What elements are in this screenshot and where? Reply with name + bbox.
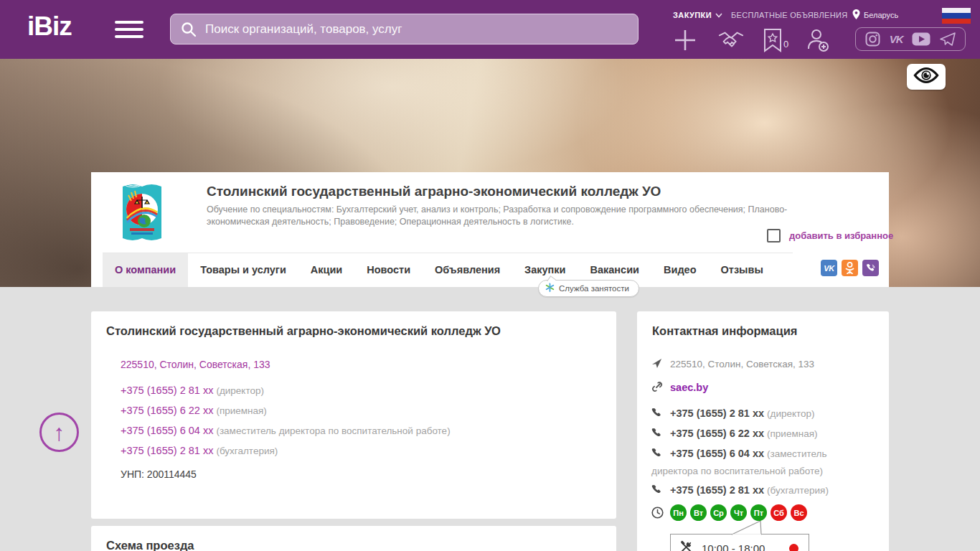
about-phone-row: +375 (1655) 6 04 xx (заместитель директо…	[121, 425, 451, 436]
language-flag-russian[interactable]	[942, 8, 971, 24]
phone-label: (директор)	[216, 385, 264, 396]
tab-ads[interactable]: Объявления	[423, 253, 512, 287]
nav-free-ads[interactable]: БЕСПЛАТНЫЕ ОБЪЯВЛЕНИЯ	[731, 9, 847, 21]
phone-label: (приемная)	[767, 428, 817, 439]
day-badge[interactable]: Ср	[710, 504, 727, 521]
contact-address-row: 225510, Столин, Советская, 133	[651, 357, 875, 374]
about-address-link[interactable]: 225510, Столин, Советская, 133	[121, 359, 270, 370]
favorites-bookmark-icon[interactable]	[759, 27, 786, 54]
about-phone-row: +375 (1655) 2 81 xx (бухгалтерия)	[121, 445, 278, 456]
day-badge[interactable]: Пн	[670, 504, 687, 521]
vacancy-tooltip[interactable]: Служба занятости	[538, 280, 639, 297]
vk-icon[interactable]: VK	[890, 33, 903, 45]
nav-zakupki-label: ЗАКУПКИ	[673, 11, 712, 19]
company-unp: УНП: 200114445	[121, 468, 197, 480]
favorite-label[interactable]: добавить в избранное	[789, 230, 893, 241]
contact-phone-row: +375 (1655) 6 22 xx (приемная)	[651, 425, 875, 443]
about-card: Столинский государственный аграрно-эконо…	[91, 311, 616, 519]
phone-link[interactable]: +375 (1655) 6 22 xx	[121, 405, 213, 416]
company-title: Столинский государственный аграрно-эконо…	[207, 184, 852, 199]
search-bar	[170, 14, 639, 44]
phone-icon	[651, 484, 670, 499]
tools-icon	[679, 540, 693, 551]
site-logo[interactable]: iBiz	[27, 11, 72, 42]
youtube-icon[interactable]	[912, 32, 930, 46]
working-hours-popup: 10:00 - 18:00	[670, 534, 809, 551]
status-dot	[789, 544, 798, 551]
company-tabs: О компании Товары и услуги Акции Новости…	[103, 253, 793, 287]
phone-link[interactable]: +375 (1655) 2 81 xx	[121, 445, 213, 456]
add-to-favorites: добавить в избранное	[767, 229, 893, 242]
popup-pointer	[728, 521, 768, 535]
favorites-count: 0	[783, 39, 788, 50]
phone-label: (бухгалтерия)	[216, 446, 278, 456]
map-card: Схема проезда	[91, 526, 616, 551]
phone-link[interactable]: +375 (1655) 6 04 xx	[670, 448, 764, 459]
phone-link[interactable]: +375 (1655) 2 81 xx	[670, 484, 764, 496]
phone-link[interactable]: +375 (1655) 2 81 xx	[121, 385, 213, 396]
add-plus-icon[interactable]	[672, 27, 699, 54]
phone-link[interactable]: +375 (1655) 6 04 xx	[121, 425, 213, 436]
top-header: iBiz ЗАКУПКИ БЕСПЛАТНЫЕ ОБЪЯВЛЕНИЯ Белар…	[0, 0, 980, 59]
tab-about[interactable]: О компании	[103, 253, 188, 287]
tab-news[interactable]: Новости	[354, 253, 423, 287]
vacancy-tooltip-label: Служба занятости	[559, 284, 629, 293]
company-description: Обучение по специальностям: Бухгалтерски…	[207, 204, 847, 229]
link-icon	[651, 381, 670, 397]
tab-promotions[interactable]: Акции	[298, 253, 354, 287]
clock-icon	[651, 507, 664, 522]
website-link[interactable]: saec.by	[670, 382, 708, 393]
nav-zakupki[interactable]: ЗАКУПКИ	[673, 9, 722, 21]
contact-card: Контактная информация 225510, Столин, Со…	[637, 311, 889, 551]
navigation-arrow-icon	[651, 358, 670, 374]
phone-link[interactable]: +375 (1655) 2 81 xx	[670, 408, 764, 419]
account-person-icon[interactable]	[804, 27, 831, 54]
phone-label: (директор)	[767, 408, 815, 419]
contact-heading: Контактная информация	[652, 324, 797, 338]
about-phone-row: +375 (1655) 2 81 xx (директор)	[121, 385, 264, 396]
tab-products[interactable]: Товары и услуги	[188, 253, 298, 287]
working-days: Пн Вт Ср Чт Пт Сб Вс	[670, 504, 807, 521]
page: iBiz ЗАКУПКИ БЕСПЛАТНЫЕ ОБЪЯВЛЕНИЯ Белар…	[0, 0, 980, 551]
day-badge[interactable]: Пт	[750, 504, 767, 521]
phone-link[interactable]: +375 (1655) 6 22 xx	[670, 428, 764, 439]
scroll-to-top-button[interactable]: ↑	[39, 413, 79, 452]
favorite-checkbox[interactable]	[767, 229, 781, 242]
company-social-links: VK	[821, 260, 879, 276]
map-heading: Схема проезда	[106, 539, 194, 551]
nav-free-ads-label: БЕСПЛАТНЫЕ ОБЪЯВЛЕНИЯ	[731, 11, 847, 19]
company-logo[interactable]	[118, 181, 166, 245]
day-badge[interactable]: Вт	[690, 504, 707, 521]
contact-phone-row: +375 (1655) 2 81 xx (директор)	[651, 405, 875, 423]
day-badge[interactable]: Вс	[791, 504, 807, 521]
header-social-links: VK	[855, 27, 966, 51]
contact-address: 225510, Столин, Советская, 133	[670, 359, 814, 369]
instagram-icon[interactable]	[865, 32, 880, 47]
viber-icon[interactable]	[862, 260, 879, 276]
location-pin-icon	[852, 9, 860, 21]
partnership-handshake-icon[interactable]	[717, 27, 745, 54]
eye-icon	[913, 67, 940, 87]
day-badge[interactable]: Чт	[730, 504, 747, 521]
accessibility-eye-button[interactable]	[907, 64, 946, 90]
nav-country[interactable]: Беларусь	[852, 9, 898, 21]
phone-label: (приемная)	[216, 405, 266, 416]
nav-country-label: Беларусь	[864, 11, 898, 19]
phone-icon	[651, 427, 670, 443]
search-input[interactable]	[170, 14, 639, 44]
tab-video[interactable]: Видео	[651, 253, 709, 287]
telegram-icon[interactable]	[940, 32, 956, 46]
tab-reviews[interactable]: Отзывы	[709, 253, 776, 287]
phone-icon	[651, 447, 670, 463]
odnoklassniki-icon[interactable]	[842, 260, 858, 276]
phone-label: (бухгалтерия)	[767, 485, 829, 496]
about-heading: Столинский государственный аграрно-эконо…	[106, 324, 501, 338]
working-hours: 10:00 - 18:00	[702, 542, 765, 551]
vk-icon[interactable]: VK	[821, 260, 837, 276]
contact-phone-row: +375 (1655) 6 04 xx (заместитель директо…	[651, 446, 875, 479]
day-badge[interactable]: Сб	[771, 504, 787, 521]
search-icon	[180, 21, 197, 41]
contact-phone-row: +375 (1655) 2 81 xx (бухгалтерия)	[651, 482, 875, 499]
chevron-down-icon	[715, 11, 722, 19]
hamburger-menu-icon[interactable]	[115, 21, 143, 39]
